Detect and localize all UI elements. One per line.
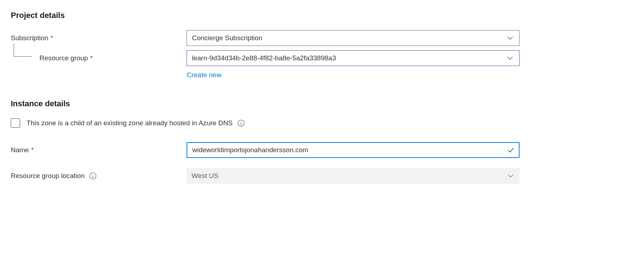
location-label-text: Resource group location xyxy=(11,172,85,180)
subscription-label: Subscription * xyxy=(11,30,187,46)
resource-group-select[interactable]: learn-9d34d34b-2e88-4f82-ba8e-5a2fa33898… xyxy=(187,50,520,66)
location-row: Resource group location West US xyxy=(11,168,633,184)
subscription-label-text: Subscription xyxy=(11,34,48,42)
subscription-value: Concierge Subscription xyxy=(192,34,262,42)
name-row: Name * xyxy=(11,142,633,158)
location-label: Resource group location xyxy=(11,168,187,184)
info-icon[interactable] xyxy=(237,119,245,127)
subscription-select[interactable]: Concierge Subscription xyxy=(187,30,520,46)
required-indicator: * xyxy=(51,34,53,42)
create-new-link[interactable]: Create new xyxy=(187,71,221,79)
location-select: West US xyxy=(187,168,520,184)
chevron-down-icon xyxy=(507,55,513,61)
resource-group-label: Resource group * xyxy=(11,50,187,66)
resource-group-row: Resource group * learn-9d34d34b-2e88-4f8… xyxy=(11,50,633,79)
svg-point-4 xyxy=(93,174,93,175)
location-value: West US xyxy=(192,172,218,180)
name-input[interactable] xyxy=(187,142,520,158)
project-details-heading: Project details xyxy=(11,11,633,20)
name-label: Name * xyxy=(11,142,187,158)
child-zone-row: This zone is a child of an existing zone… xyxy=(11,118,633,128)
required-indicator: * xyxy=(31,146,34,154)
required-indicator: * xyxy=(90,54,93,62)
svg-point-1 xyxy=(241,121,241,122)
resource-group-value: learn-9d34d34b-2e88-4f82-ba8e-5a2fa33898… xyxy=(192,54,336,62)
child-zone-checkbox[interactable] xyxy=(11,118,20,128)
subscription-row: Subscription * Concierge Subscription xyxy=(11,30,633,46)
chevron-down-icon xyxy=(507,35,513,41)
chevron-down-icon xyxy=(507,173,514,179)
resource-group-label-text: Resource group xyxy=(39,54,88,62)
child-zone-label: This zone is a child of an existing zone… xyxy=(27,119,233,127)
name-label-text: Name xyxy=(11,146,29,154)
instance-details-heading: Instance details xyxy=(11,99,633,108)
info-icon[interactable] xyxy=(89,172,97,180)
